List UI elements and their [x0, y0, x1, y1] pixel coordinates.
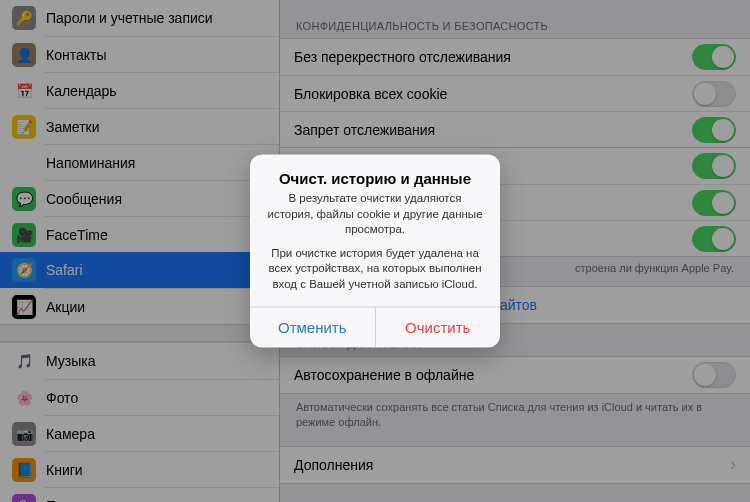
- alert-message-2: При очистке история будет удалена на все…: [264, 246, 486, 293]
- alert-title: Очист. историю и данные: [264, 170, 486, 187]
- alert-body: Очист. историю и данные В результате очи…: [250, 154, 500, 306]
- alert-confirm-button[interactable]: Очистить: [375, 308, 501, 348]
- alert-buttons: Отменить Очистить: [250, 307, 500, 348]
- alert-clear-history: Очист. историю и данные В результате очи…: [250, 154, 500, 347]
- alert-message-1: В результате очистки удаляются история, …: [264, 191, 486, 238]
- settings-app: 🔑Пароли и учетные записи👤Контакты📅Календ…: [0, 0, 750, 502]
- alert-cancel-button[interactable]: Отменить: [250, 308, 375, 348]
